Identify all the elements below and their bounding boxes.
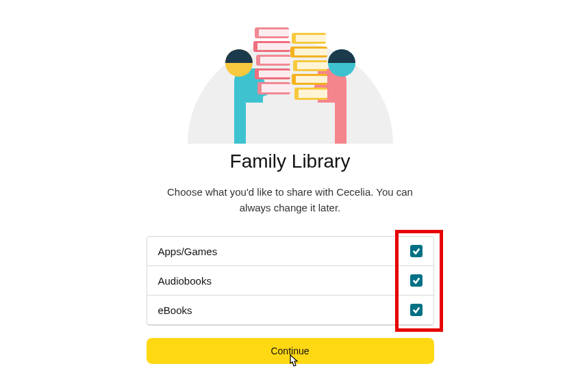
option-label: eBooks xyxy=(158,304,192,316)
continue-button-label: Continue xyxy=(270,345,309,356)
cursor-icon xyxy=(286,354,300,374)
checkbox-audiobooks[interactable] xyxy=(410,274,423,287)
check-icon xyxy=(412,276,420,285)
share-options-list: Apps/Games Audiobooks eBooks xyxy=(147,236,434,326)
option-apps-games: Apps/Games xyxy=(147,237,433,266)
checkbox-ebooks[interactable] xyxy=(410,304,423,316)
continue-button[interactable]: Continue xyxy=(147,338,434,364)
svg-rect-15 xyxy=(294,49,327,55)
svg-rect-8 xyxy=(259,70,290,77)
svg-rect-17 xyxy=(297,62,327,69)
illustration-people-books xyxy=(174,14,407,144)
page-title: Family Library xyxy=(230,151,351,172)
svg-rect-6 xyxy=(260,57,290,64)
svg-rect-19 xyxy=(296,76,327,83)
check-icon xyxy=(412,247,420,255)
svg-rect-10 xyxy=(262,84,290,92)
option-audiobooks: Audiobooks xyxy=(147,266,433,296)
svg-rect-2 xyxy=(259,29,289,36)
page-subtitle: Choose what you'd like to share with Cec… xyxy=(147,185,434,215)
checkbox-apps-games[interactable] xyxy=(410,245,423,257)
svg-rect-13 xyxy=(296,35,326,42)
svg-rect-4 xyxy=(257,43,290,50)
option-label: Apps/Games xyxy=(158,246,218,257)
option-ebooks: eBooks xyxy=(147,296,433,325)
svg-rect-21 xyxy=(299,90,327,98)
family-library-panel: Family Library Choose what you'd like to… xyxy=(147,14,434,364)
option-label: Audiobooks xyxy=(158,275,212,287)
check-icon xyxy=(412,306,420,314)
